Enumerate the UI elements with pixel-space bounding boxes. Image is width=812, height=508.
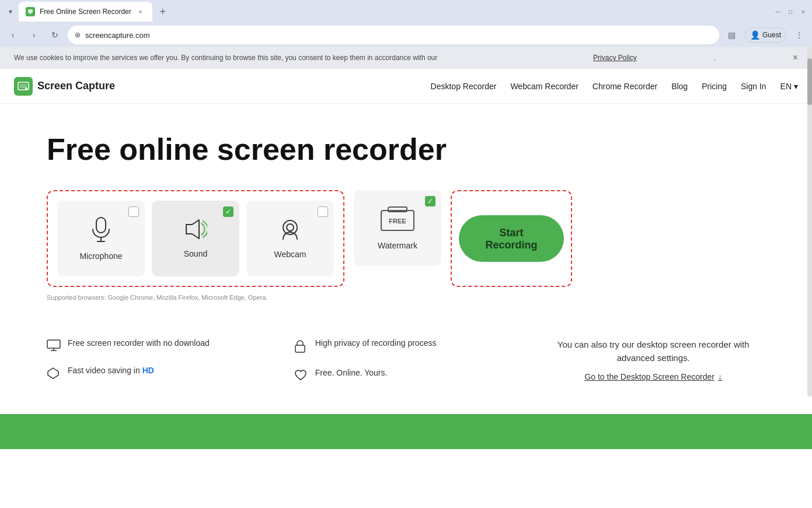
scrollbar[interactable] [807,47,812,397]
lock-icon [294,339,308,356]
address-bar[interactable]: ⊕ screencapture.com [68,26,719,44]
nav-chrome-recorder[interactable]: Chrome Recorder [593,82,657,91]
webcam-label: Webcam [274,250,306,259]
desktop-link-text: Go to the Desktop Screen Recorder [584,372,715,381]
profile-icon: 👤 [750,30,760,40]
bottom-bar [0,414,812,449]
feature-no-download: Free screen recorder with no download [47,338,271,354]
sound-label: Sound [184,249,207,258]
controls-box: Microphone ✓ Sound [47,190,344,287]
nav-lang[interactable]: EN ▾ [780,82,798,91]
diamond-icon [47,367,61,383]
feature-free-text: Free. Online. Yours. [315,368,388,377]
sound-icon [184,219,207,244]
microphone-icon [90,216,111,247]
window-controls: ─ □ × [773,8,807,16]
cookie-banner: We use cookies to improve the services w… [0,47,812,69]
cookie-text: We use cookies to improve the services w… [14,54,437,62]
nav-pricing[interactable]: Pricing [702,82,727,91]
webcam-card[interactable]: Webcam [246,201,334,276]
feature-no-download-text: Free screen recorder with no download [68,338,210,348]
maximize-button[interactable]: □ [786,8,794,16]
new-tab-button[interactable]: + [155,3,171,20]
watermark-label: Watermark [378,241,417,250]
webcam-icon [278,218,302,245]
profile-button[interactable]: 👤 Guest [745,27,786,43]
tab-title: Free Online Screen Recorder [40,8,131,16]
svg-rect-15 [47,340,60,348]
tab-bar: ▾ Free Online Screen Recorder × + [5,2,171,22]
logo-icon [14,77,33,96]
features-section: Free screen recorder with no download Fa… [0,320,812,402]
back-button[interactable]: ‹ [5,27,21,43]
logo-link[interactable]: Screen Capture [14,77,115,96]
heart-icon [294,369,308,384]
navbar: Screen Capture Desktop Recorder Webcam R… [0,69,812,104]
title-bar: ▾ Free Online Screen Recorder × + ─ □ × [0,0,812,23]
scrollbar-thumb[interactable] [807,58,812,105]
tab-favicon [26,7,35,16]
features-right-col: High privacy of recording process Free. … [294,338,518,384]
tab-close-button[interactable]: × [136,7,145,16]
feature-privacy: High privacy of recording process [294,338,518,356]
svg-point-11 [287,224,294,231]
watermark-card[interactable]: ✓ FREE Watermark [354,190,441,266]
svg-rect-19 [295,345,305,352]
start-recording-box: Start Recording [451,190,572,287]
svg-rect-1 [28,9,33,13]
nav-desktop-recorder[interactable]: Desktop Recorder [431,82,497,91]
refresh-button[interactable]: ↻ [47,27,63,43]
address-icon: ⊕ [75,31,81,39]
download-arrow-icon: ↓ [718,372,722,381]
svg-marker-9 [186,220,199,239]
nav-webcam-recorder[interactable]: Webcam Recorder [510,82,578,91]
url-text: screencapture.com [85,31,712,40]
monitor-icon [47,339,61,354]
address-bar-row: ‹ › ↻ ⊕ screencapture.com ▤ 👤 Guest ⋮ [0,23,812,47]
microphone-card[interactable]: Microphone [57,201,145,276]
features-left: Free screen recorder with no download Fa… [47,338,271,383]
microphone-checkbox[interactable] [128,206,139,217]
privacy-policy-link[interactable]: Privacy Policy [593,54,637,62]
close-button[interactable]: × [799,8,807,16]
webcam-checkbox[interactable] [318,206,328,217]
svg-marker-18 [48,368,58,379]
desktop-recorder-link[interactable]: Go to the Desktop Screen Recorder ↓ [584,372,722,381]
page-title: Free online screen recorder [47,132,765,167]
tab-list-arrow[interactable]: ▾ [5,6,16,17]
watermark-checkbox[interactable]: ✓ [425,196,435,206]
nav-signin[interactable]: Sign In [741,82,766,91]
browser-window: ▾ Free Online Screen Recorder × + ─ □ × … [0,0,812,508]
forward-button[interactable]: › [26,27,42,43]
sidebar-toggle[interactable]: ▤ [724,27,740,43]
svg-rect-4 [20,84,27,88]
sound-card[interactable]: ✓ Sound [152,201,239,276]
logo-text: Screen Capture [37,80,115,92]
profile-label: Guest [762,31,781,39]
page-content: We use cookies to improve the services w… [0,47,812,508]
supported-browsers-text: Supported browsers: Google Chrome, Mozil… [47,294,765,301]
nav-links: Desktop Recorder Webcam Recorder Chrome … [431,81,798,92]
desktop-promo-text: You can also try our desktop screen reco… [541,338,765,365]
feature-privacy-text: High privacy of recording process [315,338,437,348]
cookie-close-button[interactable]: × [793,52,798,63]
svg-point-2 [30,13,32,15]
desktop-promo: You can also try our desktop screen reco… [541,338,765,382]
chevron-down-icon: ▾ [794,82,798,91]
minimize-button[interactable]: ─ [773,8,782,16]
active-tab[interactable]: Free Online Screen Recorder × [19,2,152,22]
watermark-icon: FREE [380,206,415,236]
feature-hd-text: Fast video saving in HD [68,366,154,375]
feature-hd: Fast video saving in HD [47,366,271,383]
feature-free: Free. Online. Yours. [294,368,518,384]
microphone-label: Microphone [79,251,122,261]
start-recording-button[interactable]: Start Recording [459,215,564,262]
svg-point-5 [25,87,27,90]
nav-blog[interactable]: Blog [671,82,688,91]
sound-checkbox[interactable]: ✓ [223,206,234,217]
svg-text:FREE: FREE [389,218,406,225]
hd-highlight: HD [142,366,154,375]
main-section: Free online screen recorder [0,104,812,320]
browser-menu-button[interactable]: ⋮ [791,27,807,43]
recording-row: Microphone ✓ Sound [47,190,765,287]
